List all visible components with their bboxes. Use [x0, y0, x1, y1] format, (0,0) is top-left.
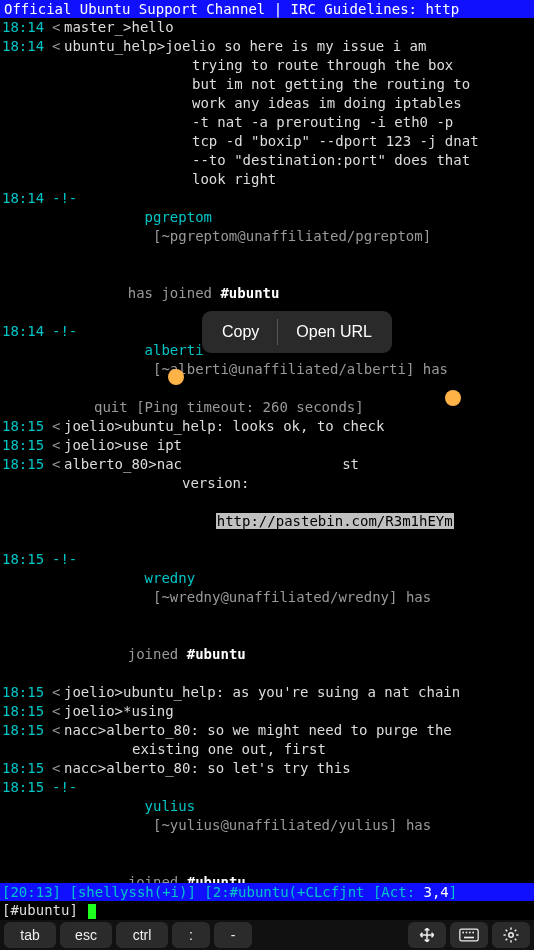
svg-point-6 [509, 933, 514, 938]
log-line: 18:15 < joelio> *using [2, 702, 532, 721]
message-continuation: look right [2, 170, 532, 189]
log-line-system: 18:15 -!- yulius [~yulius@unaffiliated/y… [2, 778, 532, 854]
message-text: joelio so here is my issue i am [165, 37, 532, 56]
selection-handle-start[interactable] [168, 369, 184, 385]
svg-rect-2 [466, 932, 468, 934]
svg-rect-0 [460, 929, 478, 941]
key-colon[interactable]: : [172, 922, 210, 948]
message-continuation: -t nat -a prerouting -i eth0 -p [2, 113, 532, 132]
selected-text[interactable]: http://pastebin.com/R3m1hEYm [216, 513, 454, 529]
log-line: 18:14 < master_> hello [2, 18, 532, 37]
log-line: 18:15 < alberto_80> nac st [2, 455, 532, 474]
message-text: nac st [157, 455, 532, 474]
timestamp: 18:14 [2, 18, 52, 37]
key-tab[interactable]: tab [4, 922, 56, 948]
key-keyboard[interactable] [450, 922, 488, 948]
selection-handle-end[interactable] [445, 390, 461, 406]
key-ctrl[interactable]: ctrl [116, 922, 168, 948]
key-settings[interactable] [492, 922, 530, 948]
channel-topic: Official Ubuntu Support Channel | IRC Gu… [0, 0, 534, 18]
message-continuation: http://pastebin.com/R3m1hEYm [2, 493, 532, 550]
timestamp: 18:15 [2, 683, 52, 702]
svg-rect-5 [464, 937, 474, 939]
nick: nacc> [64, 721, 106, 740]
channel-name: #ubuntu [187, 874, 246, 883]
system-nick: yulius [145, 798, 196, 814]
status-bar: [20:13] [shellyssh(+i)] [2:#ubuntu(+CLcf… [0, 883, 534, 901]
message-continuation: existing one out, first [2, 740, 532, 759]
system-nick: pgreptom [145, 209, 212, 225]
timestamp: 18:15 [2, 417, 52, 436]
irc-log[interactable]: 18:14 < master_> hello 18:14 < ubuntu_he… [0, 18, 534, 883]
svg-rect-1 [462, 932, 464, 934]
message-text: hello [131, 18, 532, 37]
key-dash[interactable]: - [214, 922, 252, 948]
log-line: 18:14 < ubuntu_help> joelio so here is m… [2, 37, 532, 56]
timestamp: 18:14 [2, 322, 52, 341]
timestamp: 18:14 [2, 189, 52, 208]
svg-rect-3 [469, 932, 471, 934]
message-continuation: version: [2, 474, 532, 493]
message-text: alberto_80: so let's try this [106, 759, 532, 778]
input-prompt[interactable]: [#ubuntu] [0, 901, 534, 920]
message-continuation: tcp -d "boxip" --dport 123 -j dnat [2, 132, 532, 151]
log-line: 18:15 < nacc> alberto_80: so we might ne… [2, 721, 532, 740]
system-host: [~yulius@unaffiliated/yulius] [145, 817, 398, 833]
system-host: [~wredny@unaffiliated/wredny] [145, 589, 398, 605]
timestamp: 18:15 [2, 436, 52, 455]
message-continuation: --to "destination:port" does that [2, 151, 532, 170]
nick: joelio> [64, 417, 123, 436]
nick: master_> [64, 18, 131, 37]
prompt-channel: [#ubuntu] [2, 902, 78, 918]
key-arrows[interactable] [408, 922, 446, 948]
system-host: [~pgreptom@unaffiliated/pgreptom] [145, 228, 432, 244]
timestamp: 18:15 [2, 702, 52, 721]
timestamp: 18:15 [2, 455, 52, 474]
svg-rect-4 [472, 932, 474, 934]
log-line-system: 18:15 -!- wredny [~wredny@unaffiliated/w… [2, 550, 532, 626]
context-menu: Copy Open URL [202, 311, 392, 353]
arrows-icon [418, 926, 436, 944]
log-line: 18:15 < nacc> alberto_80: so let's try t… [2, 759, 532, 778]
message-continuation: work any ideas im doing iptables [2, 94, 532, 113]
angle-open: < [52, 18, 64, 37]
log-line-system: 18:14 -!- pgreptom [~pgreptom@unaffiliat… [2, 189, 532, 265]
message-text: use ipt [123, 436, 532, 455]
log-line: 18:15 < joelio> ubuntu_help: looks ok, t… [2, 417, 532, 436]
timestamp: 18:15 [2, 778, 52, 797]
keyboard-toolbar: tab esc ctrl : - [0, 920, 534, 950]
message-text: ubuntu_help: looks ok, to check [123, 417, 532, 436]
message-continuation: joined #ubuntu [2, 854, 532, 883]
message-continuation: joined #ubuntu [2, 626, 532, 683]
nick: nacc> [64, 759, 106, 778]
message-text: ubuntu_help: as you're suing a nat chain [123, 683, 532, 702]
key-esc[interactable]: esc [60, 922, 112, 948]
system-host: [~alberti@unaffiliated/alberti] [145, 361, 415, 377]
nick: alberto_80> [64, 455, 157, 474]
timestamp: 18:15 [2, 759, 52, 778]
timestamp: 18:15 [2, 550, 52, 569]
message-continuation: but im not getting the routing to [2, 75, 532, 94]
cursor [88, 904, 96, 919]
open-url-button[interactable]: Open URL [278, 317, 390, 347]
timestamp: 18:15 [2, 721, 52, 740]
copy-button[interactable]: Copy [204, 317, 277, 347]
system-marker: -!- [52, 189, 94, 208]
nick: joelio> [64, 436, 123, 455]
channel-name: #ubuntu [187, 646, 246, 662]
nick: joelio> [64, 683, 123, 702]
log-line: 18:15 < joelio> ubuntu_help: as you're s… [2, 683, 532, 702]
gear-icon [502, 926, 520, 944]
message-text: alberto_80: so we might need to purge th… [106, 721, 532, 740]
nick: ubuntu_help> [64, 37, 165, 56]
system-nick: alberti [145, 342, 204, 358]
keyboard-icon [459, 928, 479, 942]
system-nick: wredny [145, 570, 196, 586]
timestamp: 18:14 [2, 37, 52, 56]
channel-name: #ubuntu [220, 285, 279, 301]
message-continuation: trying to route through the box [2, 56, 532, 75]
message-text: *using [123, 702, 532, 721]
nick: joelio> [64, 702, 123, 721]
log-line: 18:15 < joelio> use ipt [2, 436, 532, 455]
